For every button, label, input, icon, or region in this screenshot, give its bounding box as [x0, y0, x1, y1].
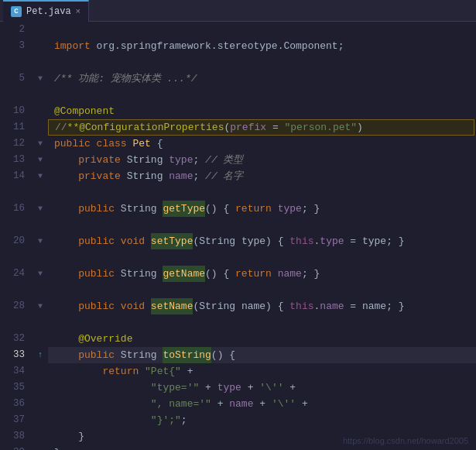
line-num-empty1: [5, 54, 28, 70]
token-eq28: =: [344, 298, 362, 314]
token-brace-open: {: [151, 136, 163, 152]
token-plus36c: +: [296, 396, 308, 412]
token-slash-slash: //**: [55, 119, 79, 136]
code-line-39: }: [48, 445, 476, 450]
gutter-28-fold[interactable]: ▼: [33, 298, 48, 314]
token-string16: String: [121, 201, 163, 217]
line-numbers: 2 3 5 10 11 12 13 14 16 20 24 28 32 33 3…: [0, 22, 33, 450]
token-semi16: ; }: [302, 201, 320, 217]
line-num-38: 38: [5, 428, 28, 445]
token-gettype: getType: [163, 201, 205, 217]
gutter-13-fold[interactable]: ▼: [33, 152, 48, 168]
token-paren-open: (: [224, 119, 230, 136]
tab-close-button[interactable]: ×: [76, 7, 81, 16]
line-num-3: 3: [5, 38, 28, 54]
token-class: class: [97, 136, 133, 152]
token-indent14: [54, 168, 78, 184]
gutter-5-fold[interactable]: ▼: [33, 70, 48, 87]
code-line-21-empty: [48, 249, 476, 266]
token-plus35b: +: [241, 380, 259, 396]
line-num-14: 14: [5, 168, 28, 184]
token-return34: return: [102, 363, 145, 380]
token-this20: this: [289, 233, 313, 249]
token-tostring: toString: [163, 347, 211, 363]
token-indent16: [54, 201, 78, 217]
code-line-34: return "Pet{" +: [48, 363, 476, 380]
line-num-empty2: [5, 87, 28, 103]
code-line-35: "type='" + type + '\'' +: [48, 380, 476, 396]
code-line-17-empty: [48, 217, 476, 233]
code-line-12: public class Pet {: [48, 136, 476, 152]
token-import: import: [54, 38, 97, 54]
gutter-34: [33, 363, 48, 380]
token-comment: /** 功能: 宠物实体类 ...*/: [54, 70, 197, 87]
token-private2: private: [78, 168, 126, 184]
code-line-13: private String type; // 类型: [48, 152, 476, 168]
token-dot20: .: [314, 233, 320, 249]
watermark: https://blog.csdn.net/howard2005: [343, 436, 468, 445]
gutter-3: [33, 38, 48, 54]
token-setname: setName: [151, 298, 193, 314]
token-string-type1: String: [127, 152, 170, 168]
code-line-24: public String getName() { return name; }: [48, 266, 476, 282]
token-public28: public: [78, 298, 121, 314]
token-name-field: name: [169, 168, 193, 184]
line-num-37: 37: [5, 412, 28, 428]
gutter-39: [33, 445, 48, 450]
token-str-type: "type='": [151, 380, 199, 396]
code-line-14: private String name; // 名字: [48, 168, 476, 184]
gutter-20-fold[interactable]: ▼: [33, 233, 48, 249]
code-line-37: "}';";: [48, 412, 476, 428]
token-type16: type: [278, 201, 302, 217]
gutter-16-fold[interactable]: ▼: [33, 201, 48, 217]
token-indent34: [54, 363, 102, 380]
gutter-11: [33, 119, 48, 136]
token-string-type2: String: [127, 168, 170, 184]
token-component: Component: [283, 38, 337, 54]
code-line-28: public void setName(String name) { this.…: [48, 298, 476, 314]
token-plus36b: +: [253, 396, 271, 412]
token-public: public: [54, 136, 97, 152]
token-public20: public: [78, 233, 121, 249]
gutter-empty5: [33, 282, 48, 298]
token-paren24: () {: [205, 266, 235, 282]
token-indent36: [54, 396, 151, 412]
gutter-2: [33, 22, 48, 38]
token-str-quote35: '\'': [259, 380, 283, 396]
token-type-assign: type: [362, 233, 386, 249]
token-paren33: () {: [211, 347, 235, 363]
gutter-35: [33, 380, 48, 396]
token-paren20b: ) {: [265, 233, 289, 249]
line-num-10: 10: [5, 103, 28, 119]
code-line-16: public String getType() { return type; }: [48, 201, 476, 217]
token-type35: type: [217, 380, 241, 396]
token-str-close: "}';": [151, 412, 181, 428]
token-name-param: name: [241, 298, 265, 314]
token-type-field: type: [169, 152, 193, 168]
code-area: 2 3 5 10 11 12 13 14 16 20 24 28 32 33 3…: [0, 22, 476, 450]
token-name24: name: [278, 266, 302, 282]
line-num-5: 5: [5, 70, 28, 87]
token-string24: String: [121, 266, 163, 282]
line-num-33: 33: [5, 347, 28, 363]
token-string28: String: [199, 298, 241, 314]
line-num-39: 39: [5, 445, 28, 450]
token-comment-type: // 类型: [205, 152, 243, 168]
gutter-24-fold[interactable]: ▼: [33, 266, 48, 282]
editor-container: C Pet.java × 2 3 5 10 11 12 13 14 16 20 …: [0, 0, 476, 450]
gutter-12-fold[interactable]: ▼: [33, 136, 48, 152]
line-num-28: 28: [5, 298, 28, 314]
token-name36: name: [229, 396, 253, 412]
token-void20: void: [121, 233, 151, 249]
token-this-name: name: [320, 298, 344, 314]
token-plus35c: +: [284, 380, 296, 396]
code-line-2: [48, 22, 476, 38]
tab-pet-java[interactable]: C Pet.java ×: [3, 0, 89, 22]
token-void28: void: [121, 298, 151, 314]
gutter-14-fold[interactable]: ▼: [33, 168, 48, 184]
token-public24: public: [78, 266, 121, 282]
token-indent13: [54, 152, 78, 168]
line-num-15: [5, 184, 28, 201]
code-line-15: [48, 184, 476, 201]
code-line-33: public String toString() {: [48, 347, 476, 363]
